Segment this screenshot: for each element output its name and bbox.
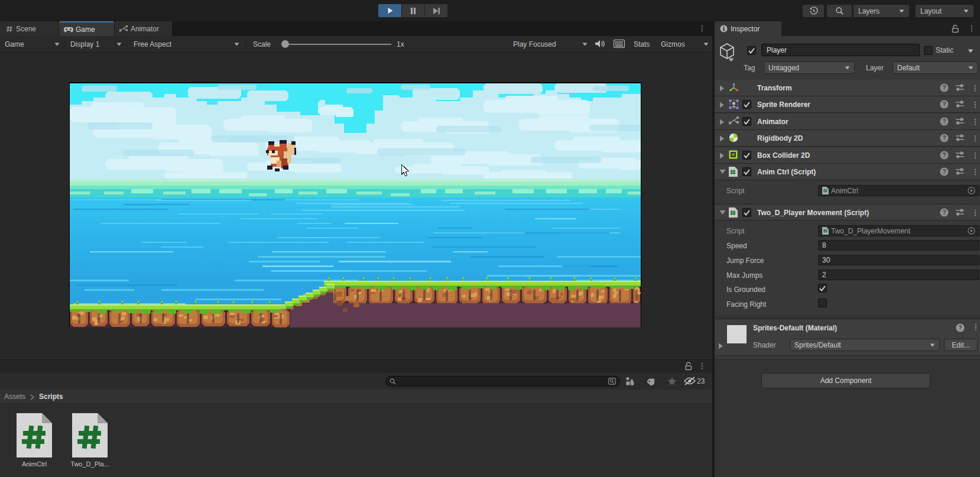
svg-text:?: ? — [942, 135, 946, 141]
svg-text:?: ? — [942, 209, 946, 216]
svg-text:?: ? — [942, 168, 946, 175]
svg-text:?: ? — [942, 85, 946, 91]
svg-text:?: ? — [942, 101, 946, 108]
svg-text:?: ? — [942, 118, 946, 125]
svg-text:?: ? — [942, 152, 946, 158]
svg-text:?: ? — [958, 325, 962, 331]
